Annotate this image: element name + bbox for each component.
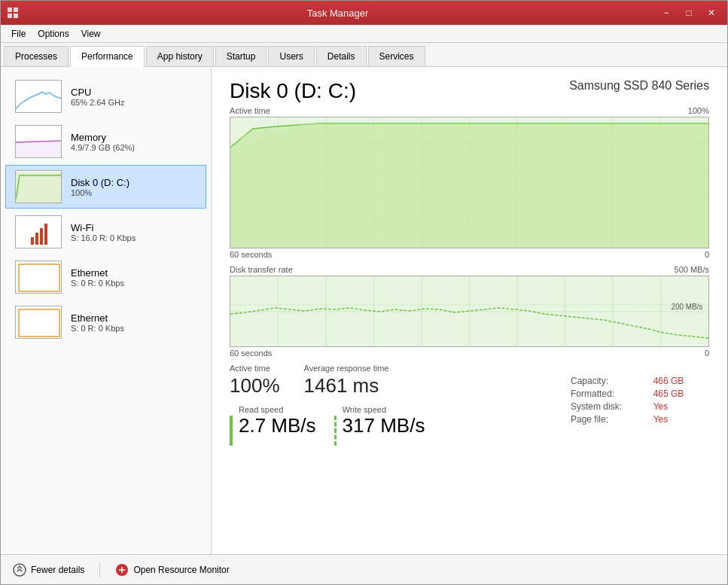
chart1-time-row: 60 seconds 0 — [230, 250, 709, 259]
disk-subtitle: Samsung SSD 840 Series — [569, 79, 709, 93]
ethernet2-sub: S: 0 R: 0 Kbps — [71, 324, 124, 333]
write-speed-label: Write speed — [343, 405, 425, 414]
chart2-time-row: 60 seconds 0 — [230, 349, 709, 358]
cpu-thumbnail — [15, 80, 62, 113]
system-disk-value: Yes — [653, 401, 709, 412]
chart2-time-left: 60 seconds — [230, 349, 272, 358]
titlebar: Task Manager − □ ✕ — [1, 1, 727, 25]
transfer-rate-chart: 200 MB/s — [230, 276, 709, 347]
maximize-button[interactable]: □ — [679, 5, 699, 20]
svg-rect-9 — [16, 216, 62, 248]
disk-title: Disk 0 (D: C:) — [230, 79, 356, 103]
active-time-stat: Active time 100% — [230, 364, 280, 398]
ethernet1-sub: S: 0 R: 0 Kbps — [71, 279, 124, 288]
wifi-thumbnail — [15, 215, 62, 248]
info-panel: Capacity: 466 GB Formatted: 465 GB Syste… — [559, 376, 709, 446]
chart2-label-right: 500 MB/s — [675, 265, 709, 274]
ethernet1-info: Ethernet S: 0 R: 0 Kbps — [71, 267, 124, 288]
tab-services[interactable]: Services — [368, 46, 425, 66]
page-file-label: Page file: — [571, 414, 653, 425]
write-speed-info: Write speed 317 MB/s — [343, 405, 425, 437]
speed-stats: Read speed 2.7 MB/s Write speed 317 MB/s — [230, 405, 547, 446]
svg-rect-6 — [16, 141, 62, 158]
window-controls: − □ ✕ — [656, 5, 721, 20]
sidebar-item-disk0[interactable]: Disk 0 (D: C:) 100% — [5, 165, 206, 209]
write-speed-value: 317 MB/s — [343, 414, 425, 437]
svg-rect-8 — [16, 172, 62, 203]
memory-thumbnail — [15, 125, 62, 158]
close-button[interactable]: ✕ — [702, 5, 721, 20]
open-resource-monitor-button[interactable]: Open Resource Monitor — [115, 563, 229, 577]
memory-sub: 4.9/7.9 GB (62%) — [71, 143, 135, 152]
resource-monitor-icon — [115, 563, 129, 577]
menu-view[interactable]: View — [75, 27, 107, 41]
tab-app-history[interactable]: App history — [146, 46, 214, 66]
svg-rect-2 — [8, 14, 12, 18]
sidebar-item-wifi[interactable]: Wi-Fi S: 16.0 R: 0 Kbps — [5, 210, 206, 254]
chart2-time-right: 0 — [705, 349, 709, 358]
svg-rect-13 — [44, 224, 47, 245]
svg-rect-16 — [16, 306, 62, 339]
svg-rect-11 — [35, 233, 38, 245]
tab-performance[interactable]: Performance — [70, 46, 145, 67]
minimize-button[interactable]: − — [656, 5, 676, 20]
menu-file[interactable]: File — [5, 27, 32, 41]
performance-main: Disk 0 (D: C:) Samsung SSD 840 Series Ac… — [212, 67, 727, 554]
tab-processes[interactable]: Processes — [4, 46, 69, 66]
active-time-label: Active time — [230, 364, 280, 373]
wifi-label: Wi-Fi — [71, 222, 136, 233]
chart1-time-left: 60 seconds — [230, 250, 272, 259]
svg-rect-14 — [16, 261, 62, 294]
chart2-label-left: Disk transfer rate — [230, 265, 293, 274]
sidebar-item-memory[interactable]: Memory 4.9/7.9 GB (62%) — [5, 120, 206, 163]
sidebar-item-cpu[interactable]: CPU 65% 2.64 GHz — [5, 75, 206, 118]
transfer-rate-section: Disk transfer rate 500 MB/s — [230, 265, 709, 358]
system-disk-label: System disk: — [571, 401, 653, 412]
chart1-time-right: 0 — [705, 250, 709, 259]
chart1-label-row: Active time 100% — [230, 106, 709, 115]
cpu-label: CPU — [71, 87, 125, 98]
read-indicator — [230, 416, 233, 446]
ethernet1-thumbnail — [15, 261, 62, 294]
tab-details[interactable]: Details — [316, 46, 367, 66]
svg-marker-33 — [230, 123, 708, 248]
sidebar-item-ethernet2[interactable]: Ethernet S: 0 R: 0 Kbps — [5, 300, 206, 344]
bottom-stats: Active time 100% Average response time 1… — [230, 364, 709, 446]
window-title: Task Manager — [19, 8, 656, 19]
avg-response-label: Average response time — [304, 364, 389, 373]
write-indicator — [334, 416, 337, 446]
tabbar: Processes Performance App history Startu… — [1, 43, 727, 67]
read-speed-value: 2.7 MB/s — [239, 414, 316, 437]
disk-label: Disk 0 (D: C:) — [71, 177, 129, 188]
svg-rect-1 — [14, 8, 18, 12]
ethernet2-info: Ethernet S: 0 R: 0 Kbps — [71, 312, 124, 333]
wifi-sub: S: 16.0 R: 0 Kbps — [71, 233, 136, 242]
memory-info: Memory 4.9/7.9 GB (62%) — [71, 132, 135, 152]
write-speed-block: Write speed 317 MB/s — [334, 405, 425, 446]
fewer-details-button[interactable]: Fewer details — [13, 563, 84, 577]
active-time-chart — [230, 117, 709, 248]
svg-rect-10 — [31, 237, 34, 245]
sidebar-item-ethernet1[interactable]: Ethernet S: 0 R: 0 Kbps — [5, 255, 206, 299]
tab-startup[interactable]: Startup — [215, 46, 267, 66]
menu-options[interactable]: Options — [32, 27, 75, 41]
cpu-sub: 65% 2.64 GHz — [71, 98, 125, 107]
ethernet2-label: Ethernet — [71, 312, 124, 324]
read-speed-label: Read speed — [239, 405, 316, 414]
read-speed-info: Read speed 2.7 MB/s — [239, 405, 316, 437]
avg-response-value: 1461 ms — [304, 374, 389, 398]
disk-thumbnail — [15, 170, 62, 203]
formatted-value: 465 GB — [653, 388, 709, 399]
active-time-section: Active time 100% — [230, 106, 709, 259]
sidebar: CPU 65% 2.64 GHz Memory 4.9/7.9 GB (62%) — [1, 67, 212, 554]
active-time-value: 100% — [230, 374, 280, 398]
app-icon — [7, 7, 19, 19]
svg-rect-12 — [40, 228, 43, 245]
read-speed-block: Read speed 2.7 MB/s — [230, 405, 316, 446]
ethernet1-label: Ethernet — [71, 267, 124, 279]
fewer-details-icon — [13, 563, 26, 577]
cpu-info: CPU 65% 2.64 GHz — [71, 87, 125, 107]
tab-users[interactable]: Users — [268, 46, 314, 66]
chart1-label-left: Active time — [230, 106, 270, 115]
disk-info: Disk 0 (D: C:) 100% — [71, 177, 129, 197]
